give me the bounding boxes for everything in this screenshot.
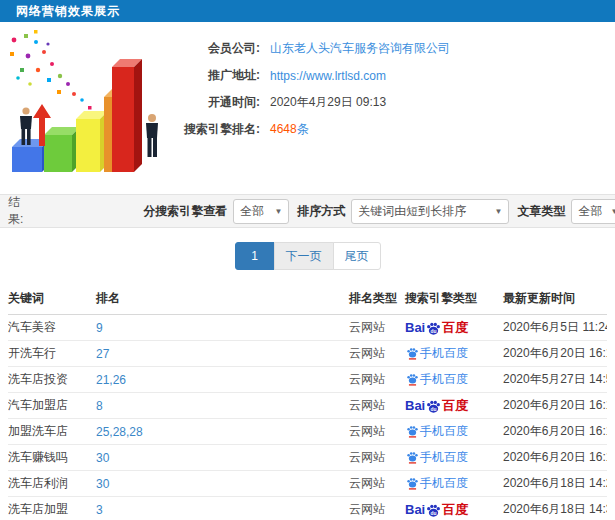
keyword-cell: 汽车加盟店 — [8, 393, 96, 419]
promo-url-link[interactable]: https://www.lrtlsd.com — [270, 69, 386, 83]
baidu-logo-text-cn: 百度 — [442, 398, 468, 413]
baidu-logo-text-cn: 百度 — [442, 320, 468, 335]
rank-type-cell: 云网站 — [349, 445, 405, 471]
engine-filter-label: 分搜索引擎查看 — [143, 203, 227, 220]
page-1-button[interactable]: 1 — [235, 242, 275, 270]
engine-filter-select[interactable]: 全部 ▼ — [233, 199, 289, 224]
mobile-baidu-text: 手机百度 — [420, 450, 468, 464]
mobile-baidu-paw-icon — [406, 425, 419, 438]
baidu-logo: Bai du 百度 — [405, 399, 468, 413]
mobile-baidu-paw-icon — [406, 347, 419, 360]
results-table-wrap: 关键词 排名 排名类型 搜索引擎类型 最新更新时间 汽车美容 9 云网站 Bai… — [0, 283, 615, 520]
mobile-baidu-badge: 手机百度 — [405, 346, 468, 360]
info-row-company: 会员公司: 山东老人头汽车服务咨询有限公司 — [168, 35, 450, 62]
engine-cell: Bai du 百度 手机百度 — [405, 419, 503, 445]
engine-cell: Bai du 百度 手机百度 — [405, 315, 503, 341]
baidu-paw-icon: du — [426, 503, 441, 518]
rank-type-cell: 云网站 — [349, 471, 405, 497]
company-link[interactable]: 山东老人头汽车服务咨询有限公司 — [270, 40, 450, 57]
rank-count-number: 4648 — [270, 122, 297, 136]
next-page-button[interactable]: 下一页 — [274, 242, 334, 270]
mobile-baidu-text: 手机百度 — [420, 346, 468, 360]
updated-cell: 2020年6月20日 16:16 — [503, 341, 607, 367]
baidu-paw-icon: du — [426, 321, 441, 336]
rank-type-cell: 云网站 — [349, 315, 405, 341]
rank-cell[interactable]: 9 — [96, 315, 349, 341]
table-row: 汽车美容 9 云网站 Bai du 百度 手机百度 2020 — [8, 315, 607, 341]
updated-cell: 2020年6月20日 16:12 — [503, 445, 607, 471]
rank-type-cell: 云网站 — [349, 393, 405, 419]
svg-text:du: du — [431, 510, 437, 515]
baidu-paw-icon: du — [426, 399, 441, 414]
table-row: 洗车赚钱吗 30 云网站 Bai du 百度 手机百度 20 — [8, 445, 607, 471]
promo-url-label: 推广地址: — [168, 67, 260, 84]
mobile-baidu-badge: 手机百度 — [405, 450, 468, 464]
chevron-down-icon: ▼ — [494, 207, 502, 216]
bar-chart-clipart-icon — [0, 22, 168, 190]
engine-cell: Bai du 百度 手机百度 — [405, 445, 503, 471]
mobile-baidu-badge: 手机百度 — [405, 476, 468, 490]
mobile-baidu-paw-icon — [406, 451, 419, 464]
baidu-logo-text-latin: Bai — [405, 398, 425, 413]
results-table-body: 汽车美容 9 云网站 Bai du 百度 手机百度 2020 — [8, 315, 607, 520]
rank-type-cell: 云网站 — [349, 341, 405, 367]
sort-filter-select[interactable]: 关键词由短到长排序 ▼ — [351, 199, 509, 224]
open-time-label: 开通时间: — [168, 94, 260, 111]
results-table: 关键词 排名 排名类型 搜索引擎类型 最新更新时间 汽车美容 9 云网站 Bai… — [8, 283, 607, 520]
mobile-baidu-text: 手机百度 — [420, 424, 468, 438]
top-header-bar: 网络营销效果展示 — [0, 0, 615, 22]
table-row: 洗车店利润 30 云网站 Bai du 百度 手机百度 20 — [8, 471, 607, 497]
baidu-logo: Bai du 百度 — [405, 321, 468, 335]
marketing-growth-illustration — [0, 22, 168, 190]
engine-cell: Bai du 百度 手机百度 — [405, 393, 503, 419]
engine-cell: Bai du 百度 手机百度 — [405, 367, 503, 393]
svg-text:du: du — [431, 406, 437, 411]
keyword-cell: 洗车赚钱吗 — [8, 445, 96, 471]
mobile-baidu-text: 手机百度 — [420, 476, 468, 490]
updated-cell: 2020年6月18日 14:30 — [503, 497, 607, 520]
rank-type-cell: 云网站 — [349, 419, 405, 445]
info-row-url: 推广地址: https://www.lrtlsd.com — [168, 62, 450, 89]
filter-controls: 分搜索引擎查看 全部 ▼ 排序方式 关键词由短到长排序 ▼ 文章类型 全部 ▼ … — [143, 198, 615, 225]
mobile-baidu-paw-icon — [406, 477, 419, 490]
article-type-filter-select[interactable]: 全部 ▼ — [571, 199, 615, 224]
table-row: 洗车店投资 21,26 云网站 Bai du 百度 手机百度 — [8, 367, 607, 393]
keyword-cell: 汽车美容 — [8, 315, 96, 341]
table-row: 汽车加盟店 8 云网站 Bai du 百度 手机百度 202 — [8, 393, 607, 419]
rank-cell[interactable]: 8 — [96, 393, 349, 419]
table-row: 洗车店加盟 3 云网站 Bai du 百度 手机百度 202 — [8, 497, 607, 520]
rank-cell[interactable]: 21,26 — [96, 367, 349, 393]
filter-bar: 结果: 分搜索引擎查看 全部 ▼ 排序方式 关键词由短到长排序 ▼ 文章类型 全… — [0, 194, 615, 228]
sort-filter-label: 排序方式 — [297, 203, 345, 220]
pagination: 1 下一页 尾页 — [235, 242, 381, 270]
col-header-updated: 最新更新时间 — [503, 283, 607, 315]
keyword-cell: 洗车店利润 — [8, 471, 96, 497]
rank-cell[interactable]: 30 — [96, 445, 349, 471]
open-time-value: 2020年4月29日 09:13 — [270, 94, 386, 111]
keyword-cell: 洗车店投资 — [8, 367, 96, 393]
keyword-cell: 加盟洗车店 — [8, 419, 96, 445]
chevron-down-icon: ▼ — [611, 207, 615, 216]
baidu-logo: Bai du 百度 — [405, 503, 468, 517]
article-type-filter-value: 全部 — [578, 203, 602, 220]
svg-text:du: du — [431, 328, 437, 333]
updated-cell: 2020年6月20日 16:12 — [503, 393, 607, 419]
baidu-logo-text-cn: 百度 — [442, 502, 468, 517]
rank-cell[interactable]: 3 — [96, 497, 349, 520]
rank-cell[interactable]: 27 — [96, 341, 349, 367]
info-row-open-time: 开通时间: 2020年4月29日 09:13 — [168, 89, 450, 116]
table-row: 开洗车行 27 云网站 Bai du 百度 手机百度 202 — [8, 341, 607, 367]
rank-cell[interactable]: 25,28,28 — [96, 419, 349, 445]
engine-cell: Bai du 百度 手机百度 — [405, 497, 503, 520]
engine-cell: Bai du 百度 手机百度 — [405, 471, 503, 497]
table-row: 加盟洗车店 25,28,28 云网站 Bai du 百度 手机百度 — [8, 419, 607, 445]
keyword-cell: 开洗车行 — [8, 341, 96, 367]
keyword-cell: 洗车店加盟 — [8, 497, 96, 520]
rank-count-unit[interactable]: 条 — [297, 122, 309, 136]
mobile-baidu-badge: 手机百度 — [405, 424, 468, 438]
last-page-button[interactable]: 尾页 — [333, 242, 381, 270]
mobile-baidu-badge: 手机百度 — [405, 372, 468, 386]
col-header-keyword: 关键词 — [8, 283, 96, 315]
engine-filter-value: 全部 — [240, 203, 264, 220]
rank-cell[interactable]: 30 — [96, 471, 349, 497]
